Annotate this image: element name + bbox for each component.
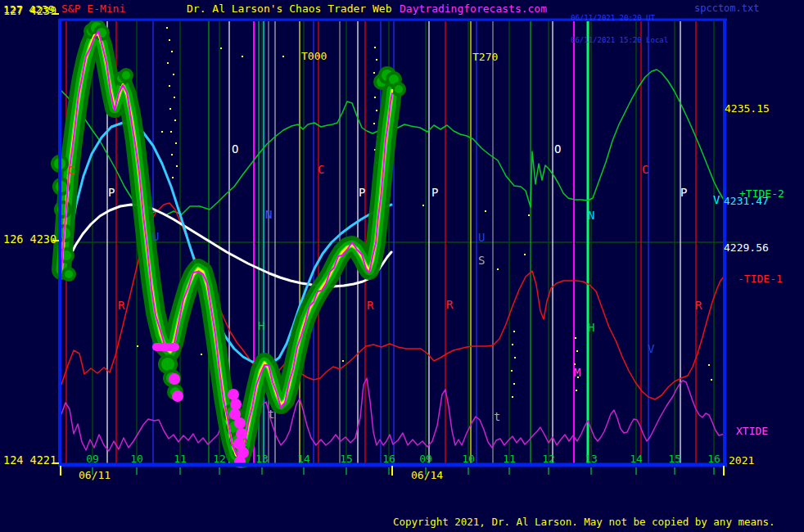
star-dot bbox=[373, 123, 375, 124]
star-dot bbox=[161, 131, 163, 133]
data-file-link[interactable]: spcctom.txt bbox=[694, 3, 759, 14]
price-blob-core bbox=[161, 358, 174, 371]
astro-letter-P: P bbox=[680, 186, 687, 199]
star-dot bbox=[171, 154, 173, 156]
star-dot bbox=[422, 205, 424, 206]
angle-label: T270 bbox=[472, 51, 498, 63]
astro-letter-M: M bbox=[574, 366, 580, 379]
star-dot bbox=[175, 142, 177, 144]
astro-letter-R: R bbox=[446, 298, 454, 311]
star-dot bbox=[497, 268, 499, 270]
date-label: 06/11 bbox=[79, 469, 111, 481]
right-scale-label: XTIDE bbox=[736, 425, 768, 437]
star-dot bbox=[373, 72, 375, 74]
star-dot bbox=[137, 345, 138, 347]
star-dot bbox=[576, 350, 578, 352]
star-dot bbox=[524, 254, 526, 255]
star-dot bbox=[173, 74, 174, 75]
price-scale-label: 124 4221 bbox=[3, 453, 56, 467]
magenta-dot bbox=[172, 390, 183, 402]
astro-letter-N: N bbox=[588, 209, 594, 222]
star-dot bbox=[711, 379, 712, 381]
astro-letter-C: C bbox=[68, 164, 75, 177]
astro-letter-O: O bbox=[232, 142, 238, 156]
star-dot bbox=[220, 47, 222, 49]
copyright-text: Copyright 2021, Dr. Al Larson. May not b… bbox=[393, 516, 775, 527]
right-scale-label: 2021 bbox=[729, 454, 754, 467]
star-dot bbox=[167, 62, 169, 64]
site-link[interactable]: Daytradingforecasts.com bbox=[400, 3, 547, 14]
magenta-dot bbox=[236, 428, 247, 440]
star-dot bbox=[376, 59, 377, 61]
magenta-dot bbox=[234, 417, 246, 429]
star-dot bbox=[708, 364, 710, 366]
astro-letter-P: P bbox=[108, 186, 115, 199]
hour-label: 16 bbox=[382, 453, 395, 465]
star-dot bbox=[201, 354, 202, 355]
star-dot bbox=[282, 56, 284, 57]
star-dot bbox=[485, 210, 486, 212]
magenta-dot bbox=[228, 389, 239, 400]
star-dot bbox=[514, 357, 516, 358]
hour-label: 11 bbox=[174, 453, 187, 465]
symbol-label: S&P E-Mini bbox=[61, 3, 125, 14]
date-label: 06/14 bbox=[411, 469, 443, 481]
astro-letter-V: V bbox=[713, 193, 720, 206]
astro-letter-N: N bbox=[265, 208, 272, 221]
hour-label: 13 bbox=[255, 453, 269, 465]
page-title: Dr. Al Larson's Chaos Trader Web bbox=[187, 3, 391, 14]
star-dot bbox=[576, 390, 577, 391]
right-scale-label: -TIDE-1 bbox=[738, 273, 783, 285]
price-scale-label: 126 4230 bbox=[3, 232, 56, 246]
astro-letter-U: U bbox=[152, 230, 159, 243]
star-dot bbox=[171, 51, 173, 52]
scale-tick bbox=[52, 240, 59, 241]
astro-letter-S: S bbox=[478, 254, 485, 267]
star-dot bbox=[574, 363, 576, 365]
astro-letter-P: P bbox=[359, 186, 365, 199]
star-dot bbox=[174, 119, 176, 121]
astro-letter-V: V bbox=[648, 342, 655, 355]
astro-letter-R: R bbox=[118, 299, 125, 312]
star-dot bbox=[513, 383, 515, 385]
scale-tick bbox=[52, 462, 59, 464]
star-dot bbox=[376, 110, 377, 111]
timestamp-ut: 06/11/2021 20:20 UT bbox=[571, 15, 668, 22]
star-dot bbox=[176, 165, 178, 167]
star-dot bbox=[512, 396, 513, 398]
hour-label: 13 bbox=[585, 453, 598, 465]
star-dot bbox=[374, 97, 376, 98]
astro-letter-C: C bbox=[642, 163, 648, 176]
astro-letter-t: t bbox=[494, 410, 500, 423]
hour-label: 12 bbox=[542, 453, 555, 465]
magenta-streak bbox=[152, 343, 179, 351]
angle-label: T000 bbox=[301, 50, 327, 62]
star-dot bbox=[512, 344, 513, 345]
star-dot bbox=[172, 177, 174, 178]
hour-label: 12 bbox=[213, 453, 226, 465]
star-dot bbox=[166, 27, 168, 29]
hour-label: 14 bbox=[297, 453, 310, 465]
hour-label: 15 bbox=[340, 453, 353, 465]
astro-letter-H: H bbox=[258, 319, 264, 332]
right-scale-label: 4231.47 bbox=[724, 195, 769, 207]
price-blob-core bbox=[65, 270, 73, 278]
star-dot bbox=[511, 370, 513, 372]
right-scale-label: 4235.15 bbox=[725, 102, 770, 115]
price-blob-core bbox=[395, 85, 403, 93]
hour-label: 09 bbox=[419, 453, 432, 465]
hour-label: 11 bbox=[503, 453, 516, 465]
star-dot bbox=[242, 56, 243, 57]
astro-letter-R: R bbox=[367, 299, 374, 312]
hour-label: 10 bbox=[130, 453, 143, 465]
star-dot bbox=[374, 47, 376, 48]
star-dot bbox=[575, 337, 576, 339]
timestamp-block: 06/11/2021 20:20 UT 06/11/2021 15:20 Loc… bbox=[571, 0, 668, 59]
magenta-dot bbox=[230, 399, 242, 410]
star-dot bbox=[169, 39, 170, 41]
star-dot bbox=[169, 108, 171, 110]
hour-label: 16 bbox=[707, 453, 720, 465]
star-dot bbox=[170, 131, 172, 133]
star-dot bbox=[174, 97, 175, 98]
right-scale-label: 4229.56 bbox=[724, 241, 769, 254]
